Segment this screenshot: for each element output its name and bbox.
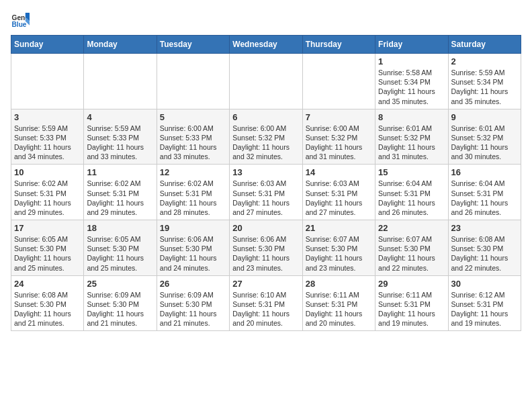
day-number: 21 [306, 223, 372, 233]
calendar-cell: 18Sunrise: 6:05 AM Sunset: 5:30 PM Dayli… [84, 220, 157, 276]
day-info: Sunrise: 5:59 AM Sunset: 5:33 PM Dayligh… [14, 124, 81, 162]
weekday-header-sunday: Sunday [11, 36, 84, 54]
day-number: 30 [451, 279, 518, 289]
day-info: Sunrise: 6:08 AM Sunset: 5:30 PM Dayligh… [14, 290, 81, 328]
calendar-week-row: 24Sunrise: 6:08 AM Sunset: 5:30 PM Dayli… [11, 275, 521, 331]
day-number: 14 [306, 167, 372, 177]
day-info: Sunrise: 6:11 AM Sunset: 5:31 PM Dayligh… [378, 290, 445, 328]
day-info: Sunrise: 6:03 AM Sunset: 5:31 PM Dayligh… [306, 179, 372, 217]
calendar-cell: 4Sunrise: 5:59 AM Sunset: 5:33 PM Daylig… [84, 109, 157, 165]
day-number: 12 [160, 167, 226, 177]
calendar-cell [302, 54, 375, 109]
day-number: 23 [451, 223, 518, 233]
weekday-header-thursday: Thursday [302, 36, 375, 54]
day-info: Sunrise: 6:06 AM Sunset: 5:30 PM Dayligh… [160, 234, 226, 273]
day-number: 13 [232, 167, 299, 177]
calendar-cell: 5Sunrise: 6:00 AM Sunset: 5:33 PM Daylig… [157, 109, 229, 165]
general-blue-logo-icon: General Blue [11, 11, 30, 30]
day-number: 26 [160, 279, 226, 289]
day-info: Sunrise: 6:02 AM Sunset: 5:31 PM Dayligh… [14, 179, 81, 217]
day-number: 20 [232, 223, 299, 233]
calendar-cell: 2Sunrise: 5:59 AM Sunset: 5:34 PM Daylig… [448, 54, 521, 109]
day-number: 19 [160, 223, 226, 233]
day-info: Sunrise: 6:12 AM Sunset: 5:31 PM Dayligh… [451, 290, 518, 328]
calendar-week-row: 3Sunrise: 5:59 AM Sunset: 5:33 PM Daylig… [11, 109, 521, 165]
calendar-cell: 17Sunrise: 6:05 AM Sunset: 5:30 PM Dayli… [11, 220, 84, 276]
calendar-cell: 11Sunrise: 6:02 AM Sunset: 5:31 PM Dayli… [84, 165, 157, 220]
calendar-week-row: 17Sunrise: 6:05 AM Sunset: 5:30 PM Dayli… [11, 220, 521, 276]
calendar-cell: 24Sunrise: 6:08 AM Sunset: 5:30 PM Dayli… [11, 275, 84, 331]
calendar-cell: 21Sunrise: 6:07 AM Sunset: 5:30 PM Dayli… [302, 220, 375, 276]
day-number: 17 [14, 223, 81, 233]
day-number: 7 [306, 112, 372, 122]
day-number: 15 [378, 167, 445, 177]
weekday-header-wednesday: Wednesday [230, 36, 302, 54]
day-info: Sunrise: 6:09 AM Sunset: 5:30 PM Dayligh… [160, 290, 226, 328]
day-info: Sunrise: 6:07 AM Sunset: 5:30 PM Dayligh… [306, 234, 372, 273]
day-number: 29 [378, 279, 445, 289]
day-number: 10 [14, 167, 81, 177]
day-number: 5 [160, 112, 226, 122]
calendar-cell: 26Sunrise: 6:09 AM Sunset: 5:30 PM Dayli… [157, 275, 229, 331]
calendar-cell: 6Sunrise: 6:00 AM Sunset: 5:32 PM Daylig… [230, 109, 302, 165]
day-info: Sunrise: 6:02 AM Sunset: 5:31 PM Dayligh… [160, 179, 226, 217]
day-info: Sunrise: 6:00 AM Sunset: 5:32 PM Dayligh… [232, 124, 299, 162]
day-info: Sunrise: 6:04 AM Sunset: 5:31 PM Dayligh… [451, 179, 518, 217]
day-number: 18 [87, 223, 153, 233]
day-info: Sunrise: 6:02 AM Sunset: 5:31 PM Dayligh… [87, 179, 153, 217]
svg-text:Blue: Blue [12, 21, 27, 28]
calendar-cell: 27Sunrise: 6:10 AM Sunset: 5:31 PM Dayli… [230, 275, 302, 331]
day-info: Sunrise: 6:03 AM Sunset: 5:31 PM Dayligh… [232, 179, 299, 217]
day-info: Sunrise: 6:01 AM Sunset: 5:32 PM Dayligh… [378, 124, 445, 162]
day-number: 25 [87, 279, 153, 289]
calendar-cell: 7Sunrise: 6:00 AM Sunset: 5:32 PM Daylig… [302, 109, 375, 165]
day-info: Sunrise: 6:06 AM Sunset: 5:30 PM Dayligh… [232, 234, 299, 273]
day-info: Sunrise: 6:11 AM Sunset: 5:31 PM Dayligh… [306, 290, 372, 328]
calendar-cell: 20Sunrise: 6:06 AM Sunset: 5:30 PM Dayli… [230, 220, 302, 276]
calendar-week-row: 1Sunrise: 5:58 AM Sunset: 5:34 PM Daylig… [11, 54, 521, 109]
calendar-cell: 19Sunrise: 6:06 AM Sunset: 5:30 PM Dayli… [157, 220, 229, 276]
calendar-cell: 10Sunrise: 6:02 AM Sunset: 5:31 PM Dayli… [11, 165, 84, 220]
calendar-cell: 25Sunrise: 6:09 AM Sunset: 5:30 PM Dayli… [84, 275, 157, 331]
day-info: Sunrise: 6:05 AM Sunset: 5:30 PM Dayligh… [87, 234, 153, 273]
calendar-cell: 14Sunrise: 6:03 AM Sunset: 5:31 PM Dayli… [302, 165, 375, 220]
weekday-header-monday: Monday [84, 36, 157, 54]
calendar-cell: 15Sunrise: 6:04 AM Sunset: 5:31 PM Dayli… [375, 165, 448, 220]
day-number: 9 [451, 112, 518, 122]
day-info: Sunrise: 5:59 AM Sunset: 5:34 PM Dayligh… [451, 68, 518, 106]
day-number: 1 [378, 56, 445, 66]
day-info: Sunrise: 6:10 AM Sunset: 5:31 PM Dayligh… [232, 290, 299, 328]
calendar-cell: 12Sunrise: 6:02 AM Sunset: 5:31 PM Dayli… [157, 165, 229, 220]
logo: General Blue [11, 11, 32, 30]
day-number: 16 [451, 167, 518, 177]
day-info: Sunrise: 6:05 AM Sunset: 5:30 PM Dayligh… [14, 234, 81, 273]
day-info: Sunrise: 6:01 AM Sunset: 5:32 PM Dayligh… [451, 124, 518, 162]
calendar-cell [11, 54, 84, 109]
calendar-cell: 30Sunrise: 6:12 AM Sunset: 5:31 PM Dayli… [448, 275, 521, 331]
day-info: Sunrise: 6:00 AM Sunset: 5:33 PM Dayligh… [160, 124, 226, 162]
calendar-table: SundayMondayTuesdayWednesdayThursdayFrid… [11, 35, 521, 331]
day-info: Sunrise: 5:58 AM Sunset: 5:34 PM Dayligh… [378, 68, 445, 106]
day-info: Sunrise: 6:09 AM Sunset: 5:30 PM Dayligh… [87, 290, 153, 328]
calendar-week-row: 10Sunrise: 6:02 AM Sunset: 5:31 PM Dayli… [11, 165, 521, 220]
calendar-cell: 29Sunrise: 6:11 AM Sunset: 5:31 PM Dayli… [375, 275, 448, 331]
calendar-cell: 9Sunrise: 6:01 AM Sunset: 5:32 PM Daylig… [448, 109, 521, 165]
day-number: 3 [14, 112, 81, 122]
day-number: 27 [232, 279, 299, 289]
calendar-header-row: SundayMondayTuesdayWednesdayThursdayFrid… [11, 36, 521, 54]
calendar-cell: 3Sunrise: 5:59 AM Sunset: 5:33 PM Daylig… [11, 109, 84, 165]
calendar-cell: 16Sunrise: 6:04 AM Sunset: 5:31 PM Dayli… [448, 165, 521, 220]
calendar-cell [230, 54, 302, 109]
calendar-cell: 22Sunrise: 6:07 AM Sunset: 5:30 PM Dayli… [375, 220, 448, 276]
weekday-header-friday: Friday [375, 36, 448, 54]
weekday-header-saturday: Saturday [448, 36, 521, 54]
calendar-cell: 1Sunrise: 5:58 AM Sunset: 5:34 PM Daylig… [375, 54, 448, 109]
day-info: Sunrise: 6:04 AM Sunset: 5:31 PM Dayligh… [378, 179, 445, 217]
day-number: 11 [87, 167, 153, 177]
calendar-cell: 13Sunrise: 6:03 AM Sunset: 5:31 PM Dayli… [230, 165, 302, 220]
day-info: Sunrise: 6:07 AM Sunset: 5:30 PM Dayligh… [378, 234, 445, 273]
day-number: 4 [87, 112, 153, 122]
day-info: Sunrise: 6:08 AM Sunset: 5:30 PM Dayligh… [451, 234, 518, 273]
day-number: 24 [14, 279, 81, 289]
day-number: 6 [232, 112, 299, 122]
